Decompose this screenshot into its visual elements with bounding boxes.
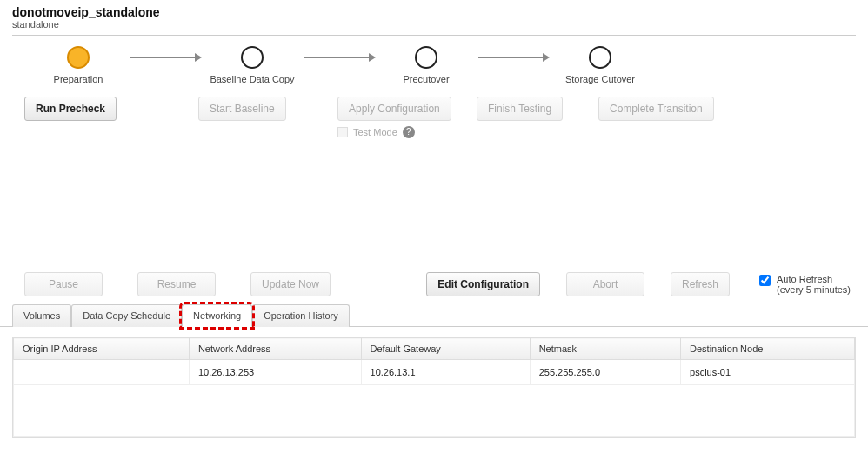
run-precheck-button[interactable]: Run Precheck — [24, 97, 117, 121]
cell-origin-ip — [14, 360, 190, 385]
resume-button: Resume — [137, 272, 216, 296]
complete-transition-button: Complete Transition — [598, 97, 714, 121]
step-circle-icon — [415, 46, 437, 69]
tab-data-copy-schedule[interactable]: Data Copy Schedule — [71, 304, 182, 327]
col-destination-node[interactable]: Destination Node — [681, 338, 855, 360]
test-mode-row: Test Mode ? — [337, 126, 477, 138]
start-baseline-button: Start Baseline — [198, 97, 286, 121]
page-title: donotmoveip_standalone — [12, 5, 856, 19]
arrow-icon — [130, 57, 200, 58]
apply-configuration-button: Apply Configuration — [337, 97, 451, 121]
auto-refresh-sub: (every 5 minutes) — [777, 284, 851, 295]
col-network-address[interactable]: Network Address — [189, 338, 361, 360]
step-baseline: Baseline Data Copy — [200, 46, 304, 84]
page-subtitle: standalone — [12, 19, 856, 33]
step-circle-icon — [241, 46, 264, 69]
edit-configuration-button[interactable]: Edit Configuration — [426, 272, 540, 296]
tab-volumes[interactable]: Volumes — [12, 304, 71, 327]
test-mode-checkbox — [337, 127, 348, 137]
step-label: Preparation — [54, 74, 103, 84]
networking-table: Origin IP Address Network Address Defaul… — [12, 337, 856, 438]
step-circle-icon — [589, 46, 611, 69]
auto-refresh-toggle[interactable]: Auto Refresh (every 5 minutes) — [756, 274, 851, 295]
tab-operation-history[interactable]: Operation History — [252, 304, 350, 327]
cell-default-gateway: 10.26.13.1 — [361, 360, 530, 385]
step-label: Baseline Data Copy — [210, 74, 294, 84]
step-precutover: Precutover — [374, 46, 478, 84]
step-action-row: Run Precheck Start Baseline Apply Config… — [0, 90, 868, 142]
step-preparation: Preparation — [26, 46, 130, 84]
page-header: donotmoveip_standalone standalone — [0, 0, 868, 35]
col-origin-ip[interactable]: Origin IP Address — [14, 338, 190, 360]
table-header-row: Origin IP Address Network Address Defaul… — [14, 338, 855, 360]
tab-bar: Volumes Data Copy Schedule Networking Op… — [0, 303, 868, 327]
col-netmask[interactable]: Netmask — [530, 338, 680, 360]
auto-refresh-label: Auto Refresh — [777, 274, 832, 284]
step-label: Precutover — [403, 74, 449, 84]
finish-testing-button: Finish Testing — [477, 97, 563, 121]
control-row: Pause Resume Update Now Edit Configurati… — [0, 272, 868, 303]
test-mode-label: Test Mode — [353, 127, 397, 137]
cell-network-address: 10.26.13.253 — [189, 360, 361, 385]
help-icon[interactable]: ? — [403, 126, 415, 138]
tab-networking[interactable]: Networking — [182, 304, 252, 327]
cell-netmask: 255.255.255.0 — [530, 360, 680, 385]
step-label: Storage Cutover — [565, 74, 635, 84]
auto-refresh-checkbox[interactable] — [759, 275, 771, 286]
update-now-button: Update Now — [250, 272, 331, 296]
workflow-steps: Preparation Baseline Data Copy Precutove… — [0, 36, 868, 90]
step-storage-cutover: Storage Cutover — [548, 46, 652, 84]
cell-destination-node: psclus-01 — [681, 360, 855, 385]
step-circle-icon — [67, 46, 90, 69]
arrow-icon — [304, 57, 374, 58]
abort-button: Abort — [566, 272, 644, 296]
table-row[interactable]: 10.26.13.253 10.26.13.1 255.255.255.0 ps… — [14, 360, 855, 385]
col-default-gateway[interactable]: Default Gateway — [361, 338, 530, 360]
pause-button: Pause — [24, 272, 103, 296]
table-row — [14, 385, 855, 437]
refresh-button: Refresh — [671, 272, 730, 296]
arrow-icon — [478, 57, 548, 58]
